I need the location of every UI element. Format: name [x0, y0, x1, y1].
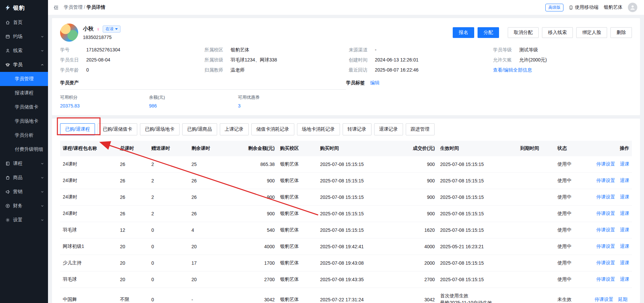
tab-follow-up[interactable]: 跟进管理 — [406, 123, 435, 135]
cell-purchase-time: 2025-07-08 15:15:15 — [317, 189, 395, 206]
refund-course-link[interactable]: 退课 — [620, 227, 629, 232]
collapse-menu-icon[interactable] — [53, 5, 59, 10]
cell-remaining-amount: 3042 — [235, 288, 278, 303]
sidebar-item-booking[interactable]: 约场 — [0, 30, 48, 44]
pause-course-link[interactable]: 停课设置 — [596, 161, 615, 167]
cell-effective-time: 首次使用生效最晚2025-11-10自动生效 — [438, 288, 518, 303]
pause-course-link[interactable]: 停课设置 — [595, 297, 613, 302]
pause-course-link[interactable]: 停课设置 — [596, 178, 615, 183]
sidebar-item-students[interactable]: 学员 — [0, 58, 48, 72]
col-gift-hours: 赠送课时 — [149, 141, 189, 156]
cell-price: 900 — [395, 156, 438, 173]
assign-button[interactable]: 分配 — [478, 27, 499, 38]
cell-course-name: 24课时 — [60, 189, 117, 206]
cell-remaining-hours: 20 — [189, 239, 234, 255]
postpone-link[interactable]: 延期 — [618, 297, 628, 302]
cell-effective-time: 2025-05-21 16:23:21 — [438, 239, 518, 255]
use-mobile-button[interactable]: 使用移动端 — [569, 4, 598, 10]
cell-price: 1620 — [395, 222, 438, 239]
content: 小秋 ♀ 在读 18350218775 报名 分配 取消分配 — [48, 15, 644, 303]
breadcrumb-current: 学员详情 — [87, 4, 105, 10]
asset-label: 可用优惠券 — [238, 94, 327, 100]
col-course-name: 课程/课程包名称 — [60, 141, 117, 156]
cell-remaining-hours: 4 — [189, 222, 234, 239]
sidebar-item-paid-upgrade-detail[interactable]: 付费升级明细 — [0, 142, 48, 157]
asset-label: 可用积分 — [60, 94, 149, 100]
tab-venue-cards[interactable]: 已购/退场地卡 — [140, 123, 180, 135]
asset-value: 986 — [149, 103, 238, 109]
pause-course-link[interactable]: 停课设置 — [596, 276, 615, 282]
refund-course-link[interactable]: 退课 — [620, 244, 629, 249]
cell-total-hours: 26 — [117, 156, 149, 173]
tab-transfer-records[interactable]: 转课记录 — [343, 123, 371, 135]
refund-course-link[interactable]: 退课 — [620, 276, 629, 282]
sidebar-item-student-management[interactable]: 学员管理 — [0, 72, 48, 86]
sidebar-item-marketing[interactable]: 营销 — [0, 185, 48, 199]
sidebar-item-student-value-card[interactable]: 学员储值卡 — [0, 100, 48, 114]
cell-total-hours: 12 — [117, 222, 149, 239]
chevron-down-icon — [41, 204, 44, 208]
sidebar-item-label: 财务 — [13, 203, 22, 209]
effective-subline: 最晚2025-11-10自动生效 — [440, 300, 515, 303]
move-to-leads-button[interactable]: 移入线索 — [542, 27, 573, 38]
sidebar-item-finance[interactable]: 财务 — [0, 199, 48, 213]
pause-course-link[interactable]: 停课设置 — [596, 244, 615, 249]
yuan-coin-icon — [5, 204, 10, 208]
sidebar-item-student-venue-card[interactable]: 学员场地卡 — [0, 114, 48, 128]
student-fields: 学号1718252761304 学员生日2025-08-04 学员年龄0 所属校… — [60, 47, 632, 73]
edit-tags-link[interactable]: 编辑 — [370, 80, 380, 86]
cell-effective-time: 2025-07-08 15:15:15 — [438, 156, 518, 173]
tab-class-records[interactable]: 上课记录 — [220, 123, 249, 135]
tab-venue-card-usage[interactable]: 场地卡消耗记录 — [297, 123, 340, 135]
sidebar-item-enrolled-courses[interactable]: 报读课程 — [0, 86, 48, 100]
cell-status: 使用中 — [555, 271, 592, 288]
pause-course-link[interactable]: 停课设置 — [596, 194, 615, 200]
sidebar-item-products[interactable]: 商品 — [0, 171, 48, 185]
bind-face-button[interactable]: 绑定人脸 — [576, 27, 607, 38]
sidebar-item-settings[interactable]: 设置 — [0, 213, 48, 227]
cancel-assign-button[interactable]: 取消分配 — [508, 27, 539, 38]
cell-price: 900 — [395, 173, 438, 189]
breadcrumb-parent[interactable]: 学员管理 — [64, 4, 83, 10]
refund-course-link[interactable]: 退课 — [620, 178, 629, 183]
pause-course-link[interactable]: 停课设置 — [596, 260, 615, 265]
student-credit: 允许(2000元) — [519, 57, 547, 63]
cell-remaining-hours: 25 — [189, 156, 234, 173]
sub-item-label: 学员管理 — [15, 76, 34, 82]
table-row: 中国舞 不限 0 - 3042 银豹艺体 2025-07-22 17:31:24… — [60, 288, 632, 303]
cell-course-name: 羽毛球 — [60, 271, 117, 288]
view-edit-all-link[interactable]: 查看/编辑全部信息 — [493, 67, 532, 73]
tab-purchased-courses[interactable]: 已购/退课程 — [60, 123, 95, 135]
refund-course-link[interactable]: 退课 — [620, 194, 629, 200]
pause-course-link[interactable]: 停课设置 — [596, 227, 615, 232]
sidebar-item-leads[interactable]: 线索 — [0, 44, 48, 58]
field-label: 学员等级 — [493, 47, 519, 53]
cell-remaining-amount: 1700 — [235, 255, 278, 271]
refund-course-link[interactable]: 退课 — [620, 211, 629, 216]
cell-gift-hours: 2 — [149, 189, 189, 206]
sidebar-item-home[interactable]: 首页 — [0, 15, 48, 30]
cell-purchase-time: 2025-07-08 19:43:08 — [317, 255, 395, 271]
account-avatar[interactable] — [628, 3, 637, 12]
tab-products[interactable]: 已购/退商品 — [182, 123, 217, 135]
delete-button[interactable]: 删除 — [610, 27, 632, 38]
sidebar-item-courses[interactable]: 课程 — [0, 157, 48, 171]
study-status-dropdown[interactable]: 在读 — [103, 26, 120, 33]
cell-price: 2700 — [395, 271, 438, 288]
sidebar-item-student-analysis[interactable]: 学员分析 — [0, 128, 48, 142]
field-label: 创建时间 — [349, 57, 375, 63]
cell-gift-hours: 0 — [149, 239, 189, 255]
refund-course-link[interactable]: 退课 — [620, 260, 629, 265]
tab-value-card-usage[interactable]: 储值卡消耗记录 — [251, 123, 294, 135]
brand-name: 银豹 — [13, 4, 24, 12]
refund-course-link[interactable]: 退课 — [620, 161, 629, 167]
student-assets-section: 学员资产 可用积分 20375.83 余额(元) 986 可用优 — [60, 80, 346, 109]
account-name[interactable]: 银豹艺体 — [604, 4, 623, 10]
tab-value-cards[interactable]: 已购/退储值卡 — [98, 123, 137, 135]
tab-refund-records[interactable]: 退课记录 — [374, 123, 403, 135]
cell-status: 使用中 — [555, 239, 592, 255]
pause-course-link[interactable]: 停课设置 — [596, 211, 615, 216]
enroll-button[interactable]: 报名 — [453, 27, 474, 38]
student-info-card: 小秋 ♀ 在读 18350218775 报名 分配 取消分配 — [52, 18, 640, 115]
breadcrumb: 学员管理 / 学员详情 — [64, 4, 105, 10]
